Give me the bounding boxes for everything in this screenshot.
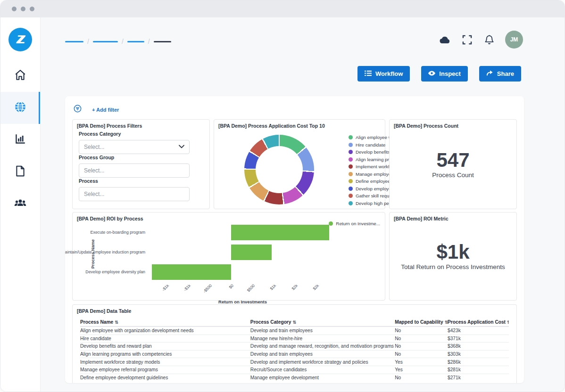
roi-x-axis-ticks: -$1k-$1k-$500$0$500$1k$2k$2k [150, 282, 336, 298]
roi-bar[interactable] [152, 264, 231, 280]
table-cell: No [395, 336, 448, 341]
table-cell: Yes [395, 367, 448, 372]
home-icon [14, 69, 26, 83]
window-control-dot[interactable] [12, 7, 17, 11]
filter-field-label: Process Category [79, 131, 190, 137]
roi-by-process-panel: [BPA Demo] ROI by Process Return on Inve… [72, 212, 385, 301]
process-filters-panel: [BPA Demo] Process Filters Process Categ… [72, 119, 210, 209]
sidebar: ZZ [0, 17, 41, 392]
app-logo[interactable]: ZZ [8, 28, 32, 51]
select-placeholder: Select... [84, 167, 104, 174]
table-cell: Define employee development guidelines [80, 375, 250, 380]
breadcrumb: /// [65, 38, 171, 45]
select-placeholder: Select... [84, 191, 104, 197]
table-header-mapped-to-capability[interactable]: Mapped to Capability⇅ [395, 319, 448, 325]
sidebar-item-home[interactable] [0, 60, 40, 92]
window-control-dot[interactable] [30, 7, 34, 11]
roi-category-label: Maintain/Update employee induction progr… [65, 250, 145, 254]
sidebar-item-users[interactable] [0, 188, 40, 220]
panel-title: [BPA Demo] ROI Metric [394, 216, 449, 221]
legend-label: Hire candidate [356, 142, 385, 147]
legend-dot [349, 172, 353, 176]
legend-label: Return on Investme... [336, 221, 380, 226]
table-cell: Develop and train employees [250, 328, 395, 333]
sort-icon: ⇅ [507, 320, 509, 325]
sort-icon: ⇅ [115, 320, 118, 325]
logo-letter: Z [18, 33, 25, 46]
legend-dot [349, 150, 353, 154]
breadcrumb-segment[interactable] [154, 41, 171, 42]
table-cell: No [395, 343, 448, 349]
table-row: Develop benefits and reward planDevelop … [80, 342, 509, 350]
table-cell: Align learning programs with competencie… [80, 351, 250, 357]
process-count-panel: [BPA Demo] Process Count 547 Process Cou… [389, 119, 517, 209]
table-header-process-category[interactable]: Process Category⇅ [250, 319, 395, 325]
share-icon [486, 70, 493, 78]
filter-select[interactable]: Select... [79, 163, 190, 178]
roi-tick-label: -$1k [183, 283, 191, 292]
inspect-button[interactable]: Inspect [421, 66, 468, 82]
roi-tick-label: $2k [312, 283, 320, 291]
roi-bar[interactable] [231, 245, 272, 260]
cloud-icon[interactable] [439, 33, 451, 46]
donut-chart[interactable] [244, 135, 314, 204]
table-cell: Develop and manage reward, recognition, … [250, 343, 395, 349]
roi-x-axis-label: Return on Investments [150, 299, 336, 304]
roi-bar-plot [150, 222, 336, 281]
table-cell: $286k [448, 359, 509, 365]
filter-icon[interactable] [74, 105, 82, 114]
filter-field-label: Process Group [79, 155, 190, 160]
table-row: Manage employee referral programsRecruit… [80, 366, 509, 374]
share-button[interactable]: Share [479, 66, 521, 82]
bell-icon[interactable] [483, 33, 495, 46]
sidebar-item-explore[interactable] [0, 92, 40, 124]
table-cell: Align employee with organization develop… [80, 328, 250, 333]
roi-category-label: Execute on-boarding program [65, 230, 145, 235]
table-row: Define employee development guidelinesMa… [80, 374, 509, 382]
table-header-process-name[interactable]: Process Name⇅ [80, 319, 250, 325]
window-control-dot[interactable] [21, 7, 25, 11]
table-header-process-application-cost[interactable]: Process Application Cost⇅ [448, 319, 509, 325]
breadcrumb-segment[interactable] [93, 41, 118, 42]
filter-field-process-category: Process CategorySelect... [79, 131, 190, 154]
donut-hole [256, 146, 303, 193]
legend-dot [349, 135, 353, 139]
legend-dot [349, 187, 353, 191]
roi-legend-item[interactable]: Return on Investme... [329, 221, 380, 226]
table-cell: $271k [448, 375, 509, 380]
roi-tick-label: -$500 [202, 283, 213, 294]
data-table: Process Name⇅Process Category⇅Mapped to … [80, 318, 509, 381]
roi-metric-value: $1k [390, 242, 516, 262]
filter-select[interactable]: Select... [79, 140, 190, 154]
breadcrumb-separator: / [148, 38, 150, 45]
panel-title: [BPA Demo] Process Count [394, 123, 458, 129]
fullscreen-icon[interactable] [461, 33, 473, 46]
panel-title: [BPA Demo] Process Application Cost Top … [218, 123, 325, 129]
table-row: Hire candidateManage new hire/re-hireNo$… [80, 335, 509, 343]
process-count-value: 547 [390, 150, 516, 170]
chevron-down-icon [179, 144, 184, 151]
roi-tick-label: $0 [228, 283, 234, 290]
table-cell: Develop and train employees [250, 351, 395, 357]
select-placeholder: Select... [84, 144, 104, 150]
roi-bar[interactable] [231, 225, 330, 240]
table-header-row: Process Name⇅Process Category⇅Mapped to … [80, 318, 509, 327]
add-filter-button[interactable]: + Add filter [92, 107, 119, 113]
data-table-panel: [BPA Demo] Data Table Process Name⇅Proce… [72, 304, 517, 383]
legend-dot [349, 194, 353, 198]
breadcrumb-segment[interactable] [65, 41, 83, 42]
avatar[interactable]: JM [505, 31, 523, 49]
document-icon [14, 165, 26, 179]
roi-tick-label: $2k [291, 283, 299, 291]
sidebar-item-documents[interactable] [0, 156, 40, 188]
share-button-label: Share [497, 70, 514, 77]
legend-dot [349, 157, 353, 162]
filter-select[interactable]: Select... [79, 187, 190, 201]
table-cell: Manage employee development [250, 375, 395, 380]
breadcrumb-segment[interactable] [127, 41, 144, 42]
workflow-button[interactable]: Workflow [357, 66, 410, 82]
sort-icon: ⇅ [293, 320, 297, 325]
legend-dot [349, 143, 353, 147]
sidebar-item-reports[interactable] [0, 124, 40, 156]
roi-category-label: Develop employee diversity plan [65, 270, 145, 274]
